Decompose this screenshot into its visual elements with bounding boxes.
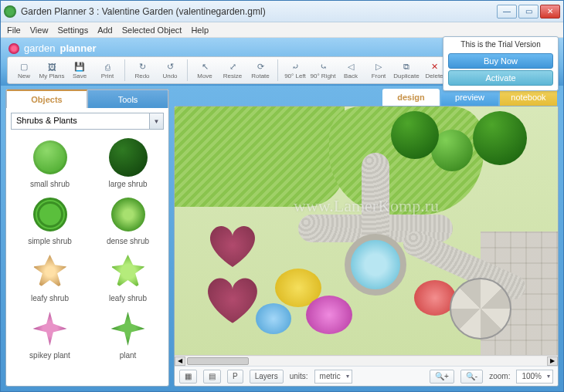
rotate-right-icon: ⤿	[317, 62, 329, 73]
menu-add[interactable]: Add	[97, 25, 113, 35]
layers-button[interactable]: Layers	[250, 370, 284, 384]
flower-bed	[256, 303, 291, 334]
palette-item[interactable]: dense shrub	[90, 194, 165, 245]
palette-item[interactable]: leafy shrub	[12, 252, 87, 302]
simple-shrub-icon	[33, 198, 67, 231]
brand-text-bold: planner	[59, 42, 96, 54]
front-icon: ▷	[372, 62, 385, 73]
units-select[interactable]: metric	[314, 370, 352, 384]
canvas-panel: www.LamerKomp.ru ◀ ▶ ▦ ▤ P Layers units:…	[174, 106, 559, 387]
app-icon	[4, 5, 16, 18]
duplicate-button[interactable]: ⧉Duplicate	[393, 58, 420, 83]
menu-view[interactable]: View	[30, 25, 49, 35]
rotate-right-button[interactable]: ⤿90° Right	[310, 58, 336, 83]
scroll-left-button[interactable]: ◀	[175, 357, 185, 366]
units-label: units:	[290, 372, 308, 380]
menu-bar: File View Settings Add Selected Object H…	[1, 22, 563, 38]
tab-objects[interactable]: Objects	[6, 90, 87, 108]
window-title: Garden Planner 3 : Valentine Garden (val…	[21, 6, 497, 17]
tree	[391, 111, 439, 159]
main-area: Objects Tools Shrubs & Plants ▼ small sh…	[1, 86, 563, 391]
toolbar: ▢New 🖼My Plans 💾Save ⎙Print ↻Redo ↺Undo …	[7, 56, 514, 84]
redo-icon: ↻	[136, 62, 148, 73]
tree	[473, 111, 527, 165]
menu-file[interactable]: File	[7, 25, 21, 35]
window-buttons: — ▭ ✕	[497, 5, 560, 19]
leafy-shrub-icon	[33, 255, 67, 289]
delete-icon: ✕	[428, 62, 440, 73]
send-back-button[interactable]: ◁Back	[338, 58, 364, 83]
zoom-in-button[interactable]: 🔍+	[430, 370, 454, 384]
scroll-right-button[interactable]: ▶	[547, 357, 558, 366]
tab-tools[interactable]: Tools	[87, 90, 168, 108]
view-tabs: design preview notebook	[174, 89, 559, 106]
file-icon: ▢	[18, 62, 30, 73]
disk-icon: 💾	[73, 62, 86, 73]
chevron-down-icon[interactable]: ▼	[150, 113, 164, 130]
plant-icon	[111, 312, 145, 346]
save-button[interactable]: 💾Save	[66, 58, 93, 83]
zoom-out-button[interactable]: 🔍-	[460, 370, 483, 384]
close-button[interactable]: ✕	[540, 5, 560, 19]
p-button[interactable]: P	[227, 370, 243, 384]
print-button[interactable]: ⎙Print	[94, 58, 121, 83]
palette-item[interactable]: leafy shrub	[90, 252, 165, 302]
menu-selected-object[interactable]: Selected Object	[122, 25, 182, 35]
gazebo	[450, 278, 511, 340]
scroll-thumb[interactable]	[187, 357, 249, 365]
my-plans-button[interactable]: 🖼My Plans	[39, 58, 65, 83]
trial-panel: This is the Trial Version Buy Now Activa…	[443, 36, 559, 91]
zoom-label: zoom:	[489, 372, 510, 380]
rotate-button[interactable]: ⟳Rotate	[247, 58, 274, 83]
rotate-left-button[interactable]: ⤾90° Left	[282, 58, 308, 83]
large-shrub-icon	[109, 138, 148, 177]
activate-button[interactable]: Activate	[448, 70, 553, 86]
minimize-button[interactable]: —	[497, 5, 517, 19]
app-window: Garden Planner 3 : Valentine Garden (val…	[0, 0, 564, 392]
trial-label: This is the Trial Version	[448, 40, 553, 49]
rotate-left-icon: ⤾	[289, 62, 301, 73]
resize-icon: ⤢	[226, 62, 239, 73]
flower-bed	[306, 296, 352, 334]
sidebar: Objects Tools Shrubs & Plants ▼ small sh…	[5, 89, 169, 387]
tab-preview[interactable]: preview	[441, 89, 498, 106]
tab-design[interactable]: design	[382, 89, 440, 106]
palette-item[interactable]: plant	[90, 309, 165, 360]
buy-now-button[interactable]: Buy Now	[448, 53, 553, 69]
printer-icon: ⎙	[101, 62, 114, 73]
title-bar: Garden Planner 3 : Valentine Garden (val…	[1, 1, 563, 22]
sidebar-tabs: Objects Tools	[6, 90, 168, 108]
undo-icon: ↺	[164, 62, 176, 73]
menu-help[interactable]: Help	[191, 25, 209, 35]
menu-settings[interactable]: Settings	[57, 25, 88, 35]
palette-item[interactable]: large shrub	[90, 137, 165, 188]
redo-button[interactable]: ↻Redo	[129, 58, 155, 83]
ruler-toggle-button[interactable]: ▤	[203, 370, 221, 384]
cursor-icon: ↖	[199, 62, 211, 73]
category-value: Shrubs & Plants	[11, 113, 150, 130]
grid-toggle-button[interactable]: ▦	[179, 370, 197, 384]
bring-front-button[interactable]: ▷Front	[365, 58, 392, 83]
rose-icon	[8, 43, 19, 54]
new-button[interactable]: ▢New	[11, 58, 37, 83]
maximize-button[interactable]: ▭	[518, 5, 539, 19]
canvas-column: design preview notebook	[174, 89, 559, 387]
category-select[interactable]: Shrubs & Plants ▼	[11, 113, 164, 130]
tab-notebook[interactable]: notebook	[500, 89, 557, 106]
duplicate-icon: ⧉	[400, 62, 413, 73]
leafy-shrub-icon	[111, 255, 145, 289]
palette-item[interactable]: simple shrub	[12, 194, 87, 245]
design-canvas[interactable]: www.LamerKomp.ru	[175, 106, 558, 355]
resize-button[interactable]: ⤢Resize	[219, 58, 246, 83]
undo-button[interactable]: ↺Undo	[157, 58, 183, 83]
zoom-select[interactable]: 100%	[516, 370, 553, 384]
palette-item[interactable]: spikey plant	[12, 309, 87, 360]
palette-item[interactable]: small shrub	[12, 137, 87, 188]
horizontal-scrollbar[interactable]: ◀ ▶	[175, 355, 558, 366]
lawn	[175, 106, 345, 207]
rotate-icon: ⟳	[254, 62, 267, 73]
move-button[interactable]: ↖Move	[192, 58, 218, 83]
scroll-track[interactable]	[185, 357, 547, 366]
dense-shrub-icon	[111, 198, 145, 231]
brand-text-light: garden	[24, 42, 55, 54]
